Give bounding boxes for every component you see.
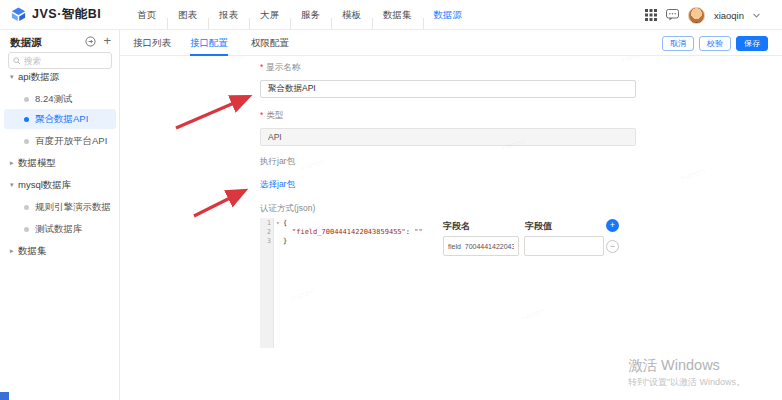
select-jar-link[interactable]: 选择jar包 [260, 179, 295, 191]
tree-group-api-datasource[interactable]: ▾ api数据源 [0, 69, 120, 85]
search-input[interactable] [24, 56, 104, 66]
refresh-icon[interactable] [85, 36, 96, 47]
field-value-input[interactable] [524, 236, 604, 256]
nav-item-datasources[interactable]: 数据源 [423, 9, 474, 22]
action-buttons: 取消 校验 保存 [662, 36, 768, 51]
top-nav: JVS·智能BI 首页 图表 报表 大屏 服务 模板 数据集 数据源 [0, 0, 782, 30]
nav-item-templates[interactable]: 模板 [331, 9, 372, 22]
nav-item-reports[interactable]: 报表 [208, 9, 249, 22]
nav-item-bigscreen[interactable]: 大屏 [249, 9, 290, 22]
tab-permission-config[interactable]: 权限配置 [251, 30, 289, 56]
jar-label: 执行jar包 [260, 156, 295, 168]
tree-bullet [24, 117, 29, 122]
tab-interface-config[interactable]: 接口配置 [190, 30, 228, 56]
message-icon[interactable] [666, 9, 679, 21]
field-name-input[interactable] [443, 236, 519, 256]
type-label: *类型 [260, 110, 283, 122]
main-menu: 首页 图表 报表 大屏 服务 模板 数据集 数据源 [126, 0, 473, 30]
chevron-down-icon[interactable] [753, 13, 760, 18]
sidebar-datasources: 数据源 + ▾ api数据源 8.24测试 [0, 30, 120, 400]
code-line-3: } [283, 237, 287, 245]
nav-right-cluster: xiaoqin [645, 0, 760, 30]
brand-name: JVS·智能BI [32, 6, 101, 23]
tree-item-824-test[interactable]: 8.24测试 [0, 91, 120, 107]
brand[interactable]: JVS·智能BI [10, 6, 101, 23]
tree-bullet [24, 139, 29, 144]
caret-right-icon[interactable]: ▸ [10, 159, 18, 167]
tree-item-rule-engine-demo[interactable]: 规则引擎演示数据 [0, 199, 120, 215]
cancel-button[interactable]: 取消 [662, 36, 694, 51]
sidebar-title: 数据源 [10, 36, 42, 50]
nav-item-charts[interactable]: 图表 [167, 9, 208, 22]
apps-grid-icon[interactable] [645, 9, 657, 21]
arrow-to-jar-link [194, 191, 244, 216]
arrow-to-display-name [176, 97, 248, 128]
nav-item-home[interactable]: 首页 [126, 9, 167, 22]
auth-label: 认证方式(json) [260, 203, 315, 215]
code-line-2: "field_7004441422043859455": "" [292, 228, 423, 236]
jvs-logo-icon [10, 6, 27, 23]
tree-item-baidu-open-api[interactable]: 百度开放平台API [0, 133, 120, 149]
tree-group-mysql-db[interactable]: ▾ mysql数据库 [0, 177, 120, 193]
validate-button[interactable]: 校验 [699, 36, 731, 51]
nav-item-datasets[interactable]: 数据集 [372, 9, 423, 22]
search-icon [13, 57, 21, 65]
page-watermark: xiaoqin [679, 166, 706, 182]
add-datasource-icon[interactable]: + [103, 35, 111, 47]
caret-right-icon[interactable]: ▸ [10, 247, 18, 255]
caret-down-icon[interactable]: ▾ [10, 181, 18, 189]
tab-bar: 接口列表 接口配置 权限配置 取消 校验 保存 [120, 30, 782, 56]
tree-bullet [24, 227, 29, 232]
tree-item-aggregate-api[interactable]: 聚合数据API [0, 111, 120, 127]
type-input [260, 128, 636, 146]
required-mark: * [260, 110, 263, 120]
tree-bullet [24, 205, 29, 210]
fold-caret-icon[interactable]: ▾ [276, 219, 280, 226]
caret-down-icon[interactable]: ▾ [10, 73, 18, 81]
save-button[interactable]: 保存 [736, 36, 768, 51]
add-row-button[interactable]: + [606, 219, 619, 232]
editor-gutter: 1 2 3 [260, 218, 274, 348]
code-line-1: { [283, 219, 287, 227]
avatar[interactable] [688, 7, 705, 24]
activate-windows-subtitle: 转到“设置”以激活 Windows。 [628, 376, 745, 389]
display-name-label: *显示名称 [260, 62, 300, 74]
tree-item-test-db[interactable]: 测试数据库 [0, 221, 120, 237]
tree-bullet [24, 97, 29, 102]
activate-windows-title: 激活 Windows [628, 356, 720, 375]
page-watermark: xiaoqin [519, 306, 546, 322]
taskbar-fragment [0, 392, 9, 400]
remove-row-button[interactable]: − [606, 240, 619, 253]
page-watermark: xiaoqin [299, 156, 326, 172]
tree-group-data-model[interactable]: ▸ 数据模型 [0, 155, 120, 171]
field-name-header: 字段名 [443, 220, 470, 233]
nav-item-services[interactable]: 服务 [290, 9, 331, 22]
required-mark: * [260, 62, 263, 72]
username[interactable]: xiaoqin [714, 10, 744, 21]
tree-group-dataset[interactable]: ▸ 数据集 [0, 243, 120, 259]
field-value-header: 字段值 [525, 220, 552, 233]
display-name-input[interactable] [260, 80, 636, 98]
sidebar-search[interactable] [8, 52, 112, 69]
tab-interface-list[interactable]: 接口列表 [133, 30, 171, 56]
